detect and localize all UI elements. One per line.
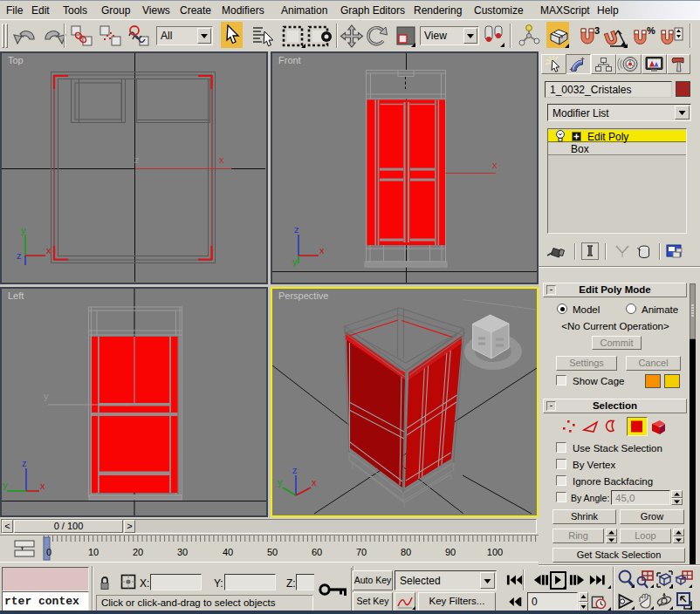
svg-text:0: 0 (46, 547, 51, 557)
svg-text:y: y (3, 480, 8, 490)
svg-text:y: y (21, 225, 26, 235)
svg-text:50: 50 (267, 547, 278, 557)
svg-text:20: 20 (133, 547, 143, 557)
svg-text:x: x (319, 245, 325, 256)
svg-text:x: x (40, 481, 45, 491)
svg-text:z: z (294, 224, 299, 235)
svg-text:z: z (292, 465, 298, 475)
svg-text:30: 30 (177, 547, 188, 557)
svg-text:x: x (219, 154, 224, 165)
svg-text:z: z (17, 250, 22, 261)
svg-text:90: 90 (445, 547, 456, 557)
svg-text:100: 100 (487, 547, 503, 557)
svg-text:y: y (292, 256, 298, 267)
svg-text:10: 10 (88, 547, 99, 557)
svg-text:x: x (46, 245, 51, 256)
svg-text:x: x (312, 477, 317, 488)
svg-text:z: z (22, 458, 27, 468)
svg-text:80: 80 (401, 547, 411, 557)
svg-text:y: y (278, 477, 283, 488)
svg-text:x: x (492, 160, 498, 170)
svg-text:60: 60 (312, 547, 322, 557)
svg-text:z: z (134, 154, 140, 165)
svg-text:40: 40 (223, 547, 233, 557)
svg-text:70: 70 (356, 547, 367, 557)
svg-text:y: y (44, 391, 49, 401)
